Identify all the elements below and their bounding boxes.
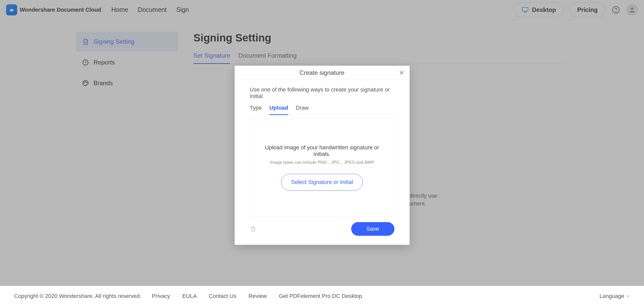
language-label: Language bbox=[599, 293, 624, 299]
footer-link-privacy[interactable]: Privacy bbox=[152, 293, 170, 299]
copyright-text: Copyright © 2020 Wondershare. All rights… bbox=[14, 293, 141, 299]
modal-subtitle: Use one of the following ways to create … bbox=[250, 86, 394, 100]
footer-link-pdfelement[interactable]: Get PDFelement Pro DC Desktop bbox=[279, 293, 362, 299]
language-selector[interactable]: Language bbox=[599, 293, 630, 299]
chevron-down-icon bbox=[626, 294, 630, 298]
delete-signature-button[interactable] bbox=[250, 226, 256, 232]
upload-area[interactable]: Upload image of your handwritten signatu… bbox=[250, 118, 394, 217]
footer: Copyright © 2020 Wondershare. All rights… bbox=[0, 286, 644, 306]
footer-link-review[interactable]: Review bbox=[249, 293, 267, 299]
create-signature-modal: Create signature Use one of the followin… bbox=[235, 66, 410, 245]
modal-tab-type[interactable]: Type bbox=[250, 105, 262, 115]
modal-title: Create signature bbox=[300, 69, 344, 76]
save-button[interactable]: Save bbox=[351, 222, 394, 236]
modal-close-button[interactable] bbox=[398, 69, 405, 76]
modal-header: Create signature bbox=[235, 66, 410, 80]
upload-filetypes: Image types can include PNG，JPG，JPEG and… bbox=[270, 159, 374, 165]
upload-instruction: Upload image of your handwritten signatu… bbox=[260, 144, 384, 157]
modal-tab-draw[interactable]: Draw bbox=[296, 105, 309, 115]
modal-tab-upload[interactable]: Upload bbox=[269, 105, 288, 115]
close-icon bbox=[399, 70, 404, 76]
modal-footer: Save bbox=[250, 222, 394, 236]
select-signature-button[interactable]: Select Signature or Initial bbox=[281, 174, 363, 191]
footer-link-eula[interactable]: EULA bbox=[182, 293, 197, 299]
trash-icon bbox=[250, 226, 256, 232]
modal-body: Use one of the following ways to create … bbox=[235, 80, 410, 245]
footer-links: Privacy EULA Contact Us Review Get PDFel… bbox=[152, 293, 362, 299]
footer-link-contact[interactable]: Contact Us bbox=[209, 293, 236, 299]
modal-tabs: Type Upload Draw bbox=[250, 105, 394, 115]
